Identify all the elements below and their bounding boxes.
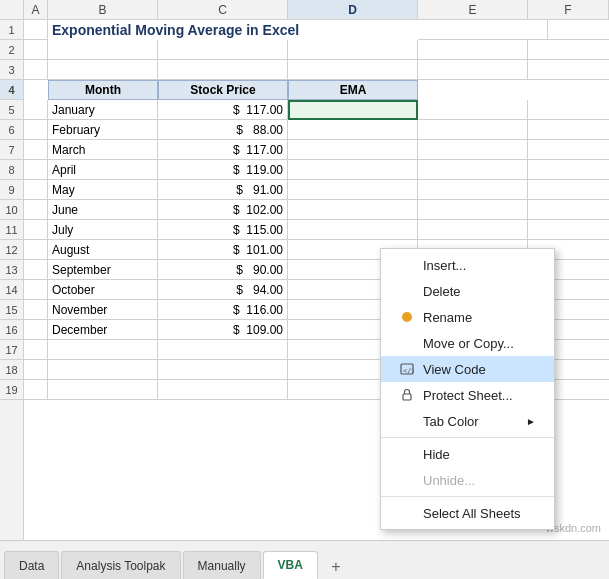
cell-d7 [288,140,418,160]
cell-b16: December [48,320,158,340]
menu-label-select-all-sheets: Select All Sheets [423,506,521,521]
menu-label-tab-color: Tab Color [423,414,479,429]
cell-c11: $ 115.00 [158,220,288,240]
menu-label-move-copy: Move or Copy... [423,336,514,351]
add-sheet-button[interactable]: + [324,555,348,579]
cell-d6 [288,120,418,140]
cell-a8 [24,160,48,180]
menu-item-view-code[interactable]: </> View Code [381,356,554,382]
row-header-16: 16 [0,320,23,340]
cell-b1-title: Exponential Moving Average in Excel [48,20,418,40]
cell-a13 [24,260,48,280]
cell-d5[interactable] [288,100,418,120]
select-all-sheets-icon [399,505,415,521]
cell-c9: $ 91.00 [158,180,288,200]
cell-c6: $ 88.00 [158,120,288,140]
col-header-c: C [158,0,288,19]
row-10: June $ 102.00 [24,200,609,220]
cell-e3 [418,60,528,80]
col-header-d: D [288,0,418,19]
menu-separator-1 [381,437,554,438]
cell-a6 [24,120,48,140]
cell-e10 [418,200,528,220]
cell-e1 [548,20,609,40]
move-copy-icon [399,335,415,351]
row-header-17: 17 [0,340,23,360]
cell-e2 [418,40,528,60]
row-header-19: 19 [0,380,23,400]
row-5: January $ 117.00 [24,100,609,120]
cell-f4 [528,80,609,100]
row-header-12: 12 [0,240,23,260]
row-6: February $ 88.00 [24,120,609,140]
protect-sheet-icon [399,387,415,403]
menu-label-rename: Rename [423,310,472,325]
svg-text:</>: </> [403,367,414,375]
unhide-icon [399,472,415,488]
cell-e9 [418,180,528,200]
menu-label-view-code: View Code [423,362,486,377]
cell-f9 [528,180,609,200]
view-code-icon: </> [399,361,415,377]
row-2 [24,40,609,60]
cell-f7 [528,140,609,160]
corner-cell [0,0,24,19]
cell-c17 [158,340,288,360]
cell-a12 [24,240,48,260]
cell-f10 [528,200,609,220]
menu-item-protect-sheet[interactable]: Protect Sheet... [381,382,554,408]
cell-f6 [528,120,609,140]
menu-item-delete[interactable]: Delete [381,278,554,304]
cell-a18 [24,360,48,380]
cell-d1 [418,20,548,40]
cell-e6 [418,120,528,140]
menu-item-rename[interactable]: Rename [381,304,554,330]
sheet-tab-vba[interactable]: VBA [263,551,318,579]
cell-c15: $ 116.00 [158,300,288,320]
row-header-5: 5 [0,100,23,120]
cell-d2 [288,40,418,60]
sheet-tab-analysis-toolpak[interactable]: Analysis Toolpak [61,551,180,579]
cell-e11 [418,220,528,240]
cell-c3 [158,60,288,80]
cell-b13: September [48,260,158,280]
menu-item-move-copy[interactable]: Move or Copy... [381,330,554,356]
cell-f8 [528,160,609,180]
cell-b6: February [48,120,158,140]
row-3 [24,60,609,80]
cell-d10 [288,200,418,220]
cell-a14 [24,280,48,300]
row-headers: 1 2 3 4 5 6 7 8 9 10 11 12 13 14 15 16 1… [0,20,24,540]
cell-c13: $ 90.00 [158,260,288,280]
col-header-e: E [418,0,528,19]
cell-d3 [288,60,418,80]
column-headers: A B C D E F [0,0,609,20]
cell-b17 [48,340,158,360]
cell-c18 [158,360,288,380]
row-header-2: 2 [0,40,23,60]
sheet-tab-data[interactable]: Data [4,551,59,579]
menu-label-delete: Delete [423,284,461,299]
row-9: May $ 91.00 [24,180,609,200]
cell-b11: July [48,220,158,240]
menu-item-select-all-sheets[interactable]: Select All Sheets [381,500,554,526]
menu-item-hide[interactable]: Hide [381,441,554,467]
row-7: March $ 117.00 [24,140,609,160]
cell-d4: EMA [288,80,418,100]
cell-b4: Month [48,80,158,100]
row-header-4: 4 [0,80,23,100]
cell-b8: April [48,160,158,180]
cell-b12: August [48,240,158,260]
col-header-b: B [48,0,158,19]
cell-e5 [418,100,528,120]
row-header-1: 1 [0,20,23,40]
col-header-f: F [528,0,609,19]
tab-color-arrow-icon: ► [526,416,536,427]
menu-item-insert[interactable]: Insert... [381,252,554,278]
sheet-tab-manually[interactable]: Manually [183,551,261,579]
row-header-14: 14 [0,280,23,300]
cell-c16: $ 109.00 [158,320,288,340]
row-header-15: 15 [0,300,23,320]
menu-label-insert: Insert... [423,258,466,273]
menu-item-tab-color[interactable]: Tab Color ► [381,408,554,434]
